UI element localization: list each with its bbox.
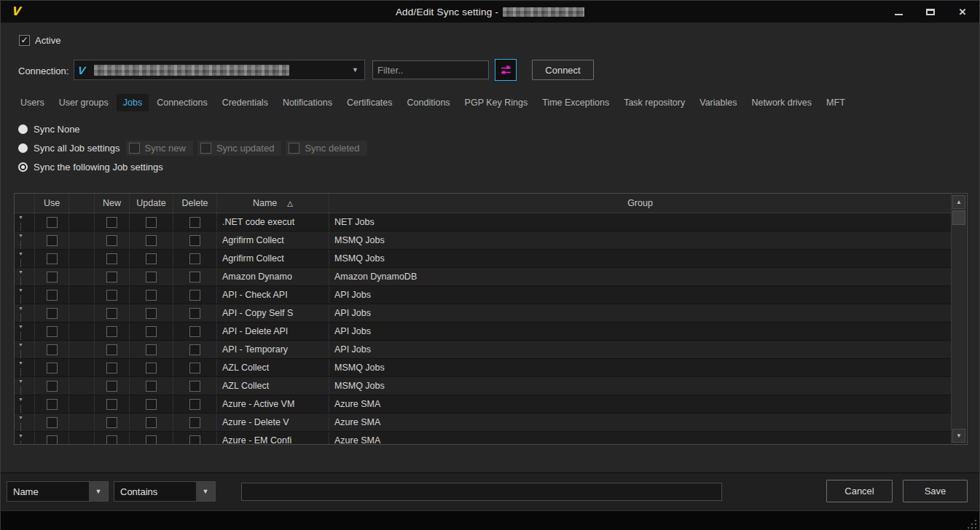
delete-checkbox[interactable] bbox=[189, 363, 200, 373]
new-checkbox[interactable] bbox=[106, 363, 117, 373]
table-row[interactable]: ▼AZL CollectMSMQ Jobs bbox=[15, 377, 952, 395]
table-row[interactable]: ▼Azure - Delete VAzure SMA bbox=[15, 414, 952, 432]
table-row[interactable]: ▼Agrifirm CollectMSMQ Jobs bbox=[15, 232, 952, 250]
delete-checkbox[interactable] bbox=[189, 399, 200, 410]
scrollbar-thumb[interactable] bbox=[952, 210, 965, 225]
chevron-down-icon[interactable]: ▼ bbox=[196, 482, 215, 501]
sync-all-radio[interactable] bbox=[18, 143, 28, 153]
new-checkbox[interactable] bbox=[106, 290, 117, 301]
new-checkbox[interactable] bbox=[106, 399, 117, 410]
new-checkbox[interactable] bbox=[106, 272, 117, 282]
use-checkbox[interactable] bbox=[47, 308, 58, 319]
connect-button[interactable]: Connect bbox=[532, 60, 594, 80]
sync-following-radio[interactable] bbox=[18, 162, 28, 172]
tab-conditions[interactable]: Conditions bbox=[401, 94, 457, 111]
delete-checkbox[interactable] bbox=[189, 326, 200, 337]
delete-checkbox[interactable] bbox=[189, 344, 200, 355]
tab-mft[interactable]: MFT bbox=[820, 94, 852, 111]
scroll-up-button[interactable]: ▲ bbox=[952, 195, 965, 209]
cancel-button[interactable]: Cancel bbox=[826, 480, 893, 502]
col-new[interactable]: New bbox=[95, 194, 130, 213]
row-expander[interactable]: ▼ bbox=[15, 359, 35, 376]
sync-all-option[interactable]: Sync all Job settings Sync newSync updat… bbox=[18, 138, 372, 157]
delete-checkbox[interactable] bbox=[189, 417, 200, 428]
row-expander[interactable]: ▼ bbox=[15, 304, 35, 322]
table-row[interactable]: ▼API - TemporaryAPI Jobs bbox=[15, 341, 952, 359]
table-row[interactable]: ▼AZL CollectMSMQ Jobs bbox=[15, 359, 952, 377]
tab-notifications[interactable]: Notifications bbox=[276, 94, 339, 111]
table-row[interactable]: ▼Azure - EM ConfiAzure SMA bbox=[15, 432, 952, 445]
update-checkbox[interactable] bbox=[146, 435, 157, 446]
tab-time-exceptions[interactable]: Time Exceptions bbox=[536, 94, 616, 111]
new-checkbox[interactable] bbox=[106, 217, 117, 228]
checkbox-sync-deleted[interactable]: Sync deleted bbox=[286, 141, 366, 156]
tab-variables[interactable]: Variables bbox=[693, 94, 743, 111]
sync-none-option[interactable]: Sync None bbox=[18, 119, 372, 138]
use-checkbox[interactable] bbox=[47, 272, 58, 282]
maximize-button[interactable] bbox=[924, 7, 937, 17]
delete-checkbox[interactable] bbox=[189, 272, 200, 282]
vertical-scrollbar[interactable]: ▲ ▼ bbox=[951, 194, 966, 443]
table-row[interactable]: ▼API - Check APIAPI Jobs bbox=[15, 286, 952, 304]
use-checkbox[interactable] bbox=[47, 235, 58, 246]
row-expander[interactable]: ▼ bbox=[15, 286, 35, 304]
tab-users[interactable]: Users bbox=[14, 94, 51, 111]
delete-checkbox[interactable] bbox=[189, 217, 200, 228]
row-expander[interactable]: ▼ bbox=[15, 250, 35, 267]
connection-filter-button[interactable] bbox=[495, 59, 517, 81]
table-row[interactable]: ▼.NET code executNET Jobs bbox=[15, 213, 952, 232]
row-expander[interactable]: ▼ bbox=[15, 377, 35, 395]
new-checkbox[interactable] bbox=[106, 381, 117, 392]
tab-jobs[interactable]: Jobs bbox=[117, 94, 149, 111]
new-checkbox[interactable] bbox=[106, 344, 117, 355]
row-expander[interactable]: ▼ bbox=[15, 432, 35, 445]
delete-checkbox[interactable] bbox=[189, 381, 200, 392]
new-checkbox[interactable] bbox=[106, 326, 117, 337]
delete-checkbox[interactable] bbox=[189, 235, 200, 246]
delete-checkbox[interactable] bbox=[189, 290, 200, 301]
use-checkbox[interactable] bbox=[47, 381, 58, 392]
update-checkbox[interactable] bbox=[146, 344, 157, 355]
update-checkbox[interactable] bbox=[146, 290, 157, 301]
row-expander[interactable]: ▼ bbox=[15, 414, 35, 431]
row-expander[interactable]: ▼ bbox=[15, 213, 35, 231]
tab-network-drives[interactable]: Network drives bbox=[745, 94, 818, 111]
row-expander[interactable]: ▼ bbox=[15, 232, 35, 249]
use-checkbox[interactable] bbox=[47, 435, 58, 446]
table-row[interactable]: ▼Amazon DynamoAmazon DynamoDB bbox=[15, 268, 952, 286]
tab-certificates[interactable]: Certificates bbox=[340, 94, 399, 111]
col-delete[interactable]: Delete bbox=[173, 194, 217, 213]
use-checkbox[interactable] bbox=[47, 253, 58, 264]
new-checkbox[interactable] bbox=[106, 235, 117, 246]
col-group[interactable]: Group bbox=[329, 194, 952, 213]
delete-checkbox[interactable] bbox=[189, 253, 200, 264]
use-checkbox[interactable] bbox=[47, 290, 58, 301]
chevron-down-icon[interactable]: ▼ bbox=[89, 482, 108, 501]
table-row[interactable]: ▼API - Delete APIAPI Jobs bbox=[15, 323, 952, 341]
connection-dropdown[interactable]: V ▼ bbox=[74, 60, 365, 80]
use-checkbox[interactable] bbox=[47, 417, 58, 428]
use-checkbox[interactable] bbox=[47, 344, 58, 355]
tab-pgp-key-rings[interactable]: PGP Key Rings bbox=[458, 94, 535, 111]
filter-operator-dropdown[interactable]: Contains ▼ bbox=[114, 481, 216, 502]
row-expander[interactable]: ▼ bbox=[15, 341, 35, 358]
tab-user-groups[interactable]: User groups bbox=[52, 94, 115, 111]
row-expander[interactable]: ▼ bbox=[15, 395, 35, 413]
col-use[interactable]: Use bbox=[35, 194, 69, 213]
sync-none-radio[interactable] bbox=[18, 124, 28, 134]
update-checkbox[interactable] bbox=[146, 417, 157, 428]
update-checkbox[interactable] bbox=[146, 326, 157, 337]
update-checkbox[interactable] bbox=[146, 381, 157, 392]
delete-checkbox[interactable] bbox=[189, 435, 200, 446]
update-checkbox[interactable] bbox=[146, 399, 157, 410]
chevron-down-icon[interactable]: ▼ bbox=[346, 66, 364, 74]
row-expander[interactable]: ▼ bbox=[15, 268, 35, 285]
filter-field-dropdown[interactable]: Name ▼ bbox=[7, 481, 109, 502]
col-update[interactable]: Update bbox=[130, 194, 173, 213]
new-checkbox[interactable] bbox=[106, 417, 117, 428]
sync-following-option[interactable]: Sync the following Job settings bbox=[18, 157, 372, 176]
new-checkbox[interactable] bbox=[106, 435, 117, 446]
resize-grip[interactable] bbox=[968, 520, 977, 529]
update-checkbox[interactable] bbox=[146, 363, 157, 373]
tab-task-repository[interactable]: Task repository bbox=[617, 94, 691, 111]
